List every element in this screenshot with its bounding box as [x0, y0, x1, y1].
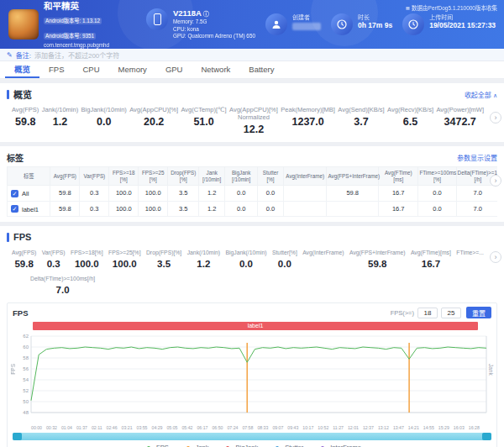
metric-value: 1237.0: [281, 116, 335, 128]
tab-item[interactable]: Memory: [109, 61, 156, 78]
metric-value: 1.2: [42, 116, 78, 128]
device-memory: Memory: 7.5G: [173, 18, 255, 26]
column-header: 标签: [8, 167, 50, 186]
upload-time-value: 19/05/2021 15:27:33: [429, 21, 496, 30]
table-cell: 1.2: [199, 201, 225, 217]
metric-value: 12.2: [229, 124, 278, 135]
metric-cell: Avg(FPS+InterFrame) 59.8: [349, 249, 406, 270]
remark-placeholder: 添加备注，不超过200个字符: [34, 50, 119, 60]
scrollbar-right-handle[interactable]: [482, 433, 491, 440]
row-checkbox[interactable]: ✓: [11, 205, 18, 213]
chevron-up-icon: ∧: [493, 92, 497, 98]
scrollbar-left-handle[interactable]: [13, 433, 22, 440]
clock-icon: [408, 19, 418, 29]
app-version-line2: Android版本号: 9351: [44, 33, 96, 39]
column-header: Jank [/10min]: [199, 167, 225, 186]
svg-text:62: 62: [23, 334, 29, 339]
tab-item[interactable]: CPU: [74, 61, 109, 78]
fps-threshold-input-2[interactable]: [441, 308, 461, 318]
metric-value: 0.3: [42, 259, 66, 270]
tab-item[interactable]: FPS: [39, 61, 73, 78]
app-version-line1: Android版本号: 1.13.12: [44, 18, 102, 24]
tab-item[interactable]: Network: [192, 61, 239, 78]
table-cell: 0.3: [80, 186, 109, 202]
table-cell: 100.0: [139, 201, 168, 217]
creator-info: 创建者: [265, 13, 321, 35]
x-tick-label: 10:17: [302, 425, 313, 430]
metric-cell: BigJank(/10min) 0.0: [81, 106, 127, 135]
table-cell: 7.0: [456, 186, 497, 202]
metric-value: 59.8: [12, 116, 39, 128]
legend-item-stutter[interactable]: Stutter: [271, 444, 303, 447]
reset-button[interactable]: 重置: [466, 307, 491, 318]
collapse-all-link[interactable]: 收起全部∧: [465, 90, 497, 99]
x-tick-label: 05:42: [181, 425, 192, 430]
metric-value: 3472.7: [436, 116, 484, 128]
device-gpu: GPU: Qualcomm Adreno (TM) 650: [173, 33, 255, 40]
display-settings-link[interactable]: 参数显示设置: [457, 153, 497, 162]
x-tick-label: 15:29: [438, 425, 449, 430]
x-tick-label: 14:55: [423, 425, 434, 430]
upload-info: 上传时间 19/05/2021 15:27:33: [402, 13, 496, 35]
x-tick-label: 13:47: [393, 425, 404, 430]
chart-scrollbar[interactable]: [13, 433, 491, 440]
legend-item-fps[interactable]: FPS: [143, 444, 169, 447]
metric-label: FPS>=18[%]: [71, 249, 103, 256]
svg-text:54: 54: [23, 377, 29, 382]
legend-label: BigJank: [235, 444, 258, 447]
metric-label: Delta(FTime)>=100ms[/h]: [30, 275, 95, 282]
overview-section: 概览 收起全部∧ Avg(FPS) 59.8 Jank(/10min) 1.2 …: [0, 83, 504, 142]
label-table-body: ✓All59.80.3100.0100.03.51.20.00.059.816.…: [8, 186, 498, 217]
table-cell: 0.0: [225, 201, 258, 217]
legend-item-bigjank[interactable]: BigJank: [222, 444, 258, 447]
label-band[interactable]: label1: [33, 322, 478, 330]
x-tick-label: 06:17: [197, 425, 207, 430]
chevron-right-icon[interactable]: ›: [490, 112, 501, 124]
fps-section-title: FPS: [13, 232, 31, 242]
column-header: Var(FPS): [80, 167, 109, 186]
column-header: FPS>=18 [%]: [109, 167, 139, 186]
fps-threshold-input-1[interactable]: [417, 308, 438, 318]
table-cell: [283, 201, 326, 217]
app-package: com.tencent.tmgp.pubgmhd: [44, 42, 109, 49]
tab-item[interactable]: 概览: [5, 61, 39, 78]
x-tick-label: 11:27: [333, 425, 344, 430]
person-icon: [271, 19, 281, 29]
column-header: FTime>=100ms [%]: [418, 167, 456, 186]
report-header: 和平精英 Android版本号: 1.13.12 Android版本号: 935…: [0, 0, 504, 49]
column-header: Avg(FTime)[ms]: [379, 167, 418, 186]
legend-item-interframe[interactable]: InterFrame: [317, 444, 361, 447]
info-icon[interactable]: ⓘ: [203, 11, 209, 17]
duration-value: 0h 17m 9s: [358, 21, 392, 30]
metric-label: BigJank(/10min): [81, 106, 127, 113]
fps-chart-svg[interactable]: 6260585654525048: [11, 332, 501, 421]
table-cell: [283, 186, 326, 202]
table-row: ✓All59.80.3100.0100.03.51.20.00.059.816.…: [8, 186, 498, 202]
chevron-right-icon[interactable]: ›: [490, 251, 501, 263]
x-tick-label: 01:04: [61, 425, 72, 430]
legend-label: InterFrame: [330, 444, 361, 447]
x-tick-label: 10:52: [318, 425, 328, 430]
metric-cell: Peak(Memory)[MB] 1237.0: [281, 106, 335, 135]
metric-cell: Jank(/10min) 1.2: [187, 249, 220, 270]
metric-label: Var(FPS): [42, 249, 66, 256]
tab-item[interactable]: Battery: [239, 61, 283, 78]
metric-value: 0.0: [272, 259, 297, 270]
x-tick-label: 02:11: [92, 425, 102, 430]
row-checkbox[interactable]: ✓: [11, 190, 18, 197]
tab-item[interactable]: GPU: [156, 61, 192, 78]
clock-icon: [337, 19, 347, 29]
fps-chart-area[interactable]: FPS Jank 6260585654525048 00:0000:3201:0…: [11, 332, 493, 430]
table-cell: 59.8: [50, 186, 80, 202]
chevron-right-icon[interactable]: ›: [490, 175, 501, 187]
x-tick-label: 05:05: [166, 425, 177, 430]
upload-icon-wrap: [402, 13, 424, 35]
x-tick-label: 02:46: [107, 425, 118, 430]
metric-label: Avg(AppCPU)[%] Normalized: [229, 106, 278, 121]
remark-bar[interactable]: ✎ 备注: 添加备注，不超过200个字符: [0, 49, 504, 61]
y-axis-right-title: Jank: [488, 364, 494, 376]
metric-label: Avg(Send)[KB/s]: [338, 106, 384, 113]
svg-text:58: 58: [23, 355, 29, 360]
metric-label: Avg(Recv)[KB/s]: [387, 106, 433, 113]
legend-item-jank[interactable]: Jank: [182, 444, 209, 447]
